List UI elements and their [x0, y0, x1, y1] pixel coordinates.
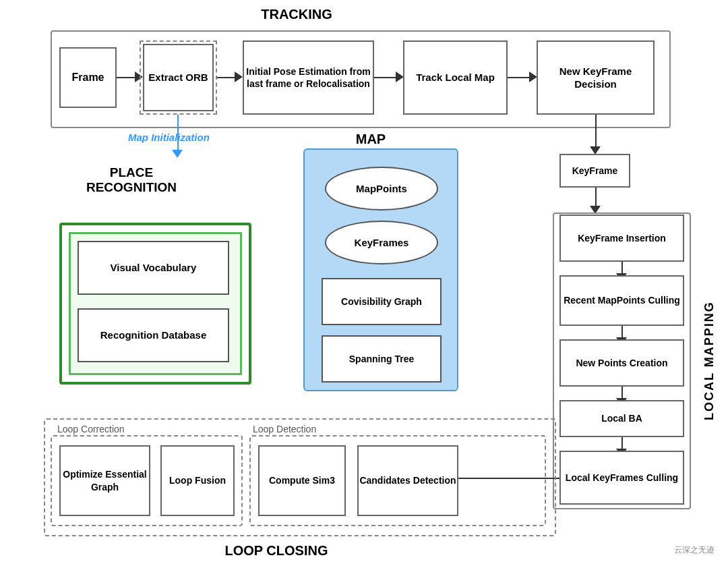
arrow-pose-to-track-line [374, 77, 398, 78]
place-recognition-inner: Visual Vocabulary Recognition Database [69, 232, 242, 375]
map-initialization-label: Map Initialization [128, 132, 210, 143]
covisibility-graph-box: Covisibility Graph [322, 278, 442, 325]
local-ba-box: Local BA [559, 400, 684, 437]
local-keyframes-culling-box: Local KeyFrames Culling [559, 451, 684, 505]
extract-orb-box: Extract ORB [143, 44, 214, 111]
initial-pose-box: Initial Pose Estimation from last frame … [243, 40, 374, 115]
local-mapping-label: LOCAL MAPPING [702, 213, 717, 509]
optimize-essential-graph-box: Optimize Essential Graph [59, 445, 150, 516]
recent-mappoints-culling-box: Recent MapPoints Culling [559, 275, 684, 326]
loop-fusion-box: Loop Fusion [160, 445, 235, 516]
map-label: MAP [330, 132, 411, 147]
place-recognition-outer: Visual Vocabulary Recognition Database [59, 223, 251, 385]
kf-to-insertion-line [595, 188, 597, 208]
kf-decision-to-kf-line [595, 115, 597, 148]
keyframe-box: KeyFrame [559, 154, 630, 188]
arrow-orb-to-pose-head [235, 72, 243, 82]
spanning-tree-box: Spanning Tree [322, 335, 442, 383]
keyframes-ellipse: KeyFrames [325, 221, 438, 264]
compute-sim3-box: Compute Sim3 [258, 445, 346, 516]
loop-correction-label: Loop Correction [57, 424, 125, 434]
loop-detection-label: Loop Detection [253, 424, 316, 434]
arrow-frame-to-orb-head [135, 72, 143, 82]
visual-vocabulary-box: Visual Vocabulary [78, 241, 229, 295]
loop-closing-label: LOOP CLOSING [209, 543, 344, 559]
new-points-creation-box: New Points Creation [559, 339, 684, 387]
arrow-frame-to-orb-line [117, 77, 137, 78]
tracking-label: TRACKING [229, 7, 364, 22]
candidates-detection-box: Candidates Detection [357, 445, 458, 516]
map-container: MapPoints KeyFrames Covisibility Graph S… [303, 148, 458, 391]
track-local-map-box: Track Local Map [403, 40, 508, 115]
arrow-track-to-kf-line [508, 77, 531, 78]
map-init-arrow [172, 150, 183, 158]
place-recognition-label: PLACERECOGNITION [64, 165, 199, 195]
mappoints-ellipse: MapPoints [325, 167, 438, 210]
frame-box: Frame [59, 47, 117, 108]
new-keyframe-decision-box: New KeyFrame Decision [537, 40, 655, 115]
recognition-database-box: Recognition Database [78, 308, 229, 362]
diagram: { "title": "ORB-SLAM System Diagram", "s… [0, 0, 728, 564]
watermark: 云深之无迹 [674, 544, 715, 556]
map-init-line [177, 115, 179, 152]
keyframe-insertion-box: KeyFrame Insertion [559, 215, 684, 262]
